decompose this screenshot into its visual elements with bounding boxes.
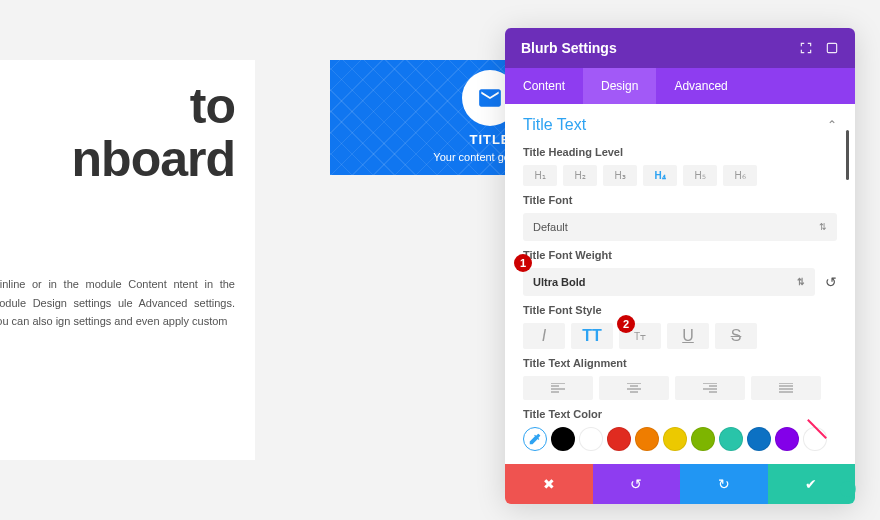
- tab-design[interactable]: Design: [583, 68, 656, 104]
- annotation-badge-2: 2: [617, 315, 635, 333]
- color-swatches: [523, 427, 837, 451]
- snap-icon[interactable]: [825, 41, 839, 55]
- panel-body: Title Text ⌃ Title Heading Level H₁ H₂ H…: [505, 104, 855, 464]
- style-italic[interactable]: I: [523, 323, 565, 349]
- eyedropper-button[interactable]: [523, 427, 547, 451]
- align-left[interactable]: [523, 376, 593, 400]
- tab-advanced[interactable]: Advanced: [656, 68, 745, 104]
- alignment-label: Title Text Alignment: [523, 357, 837, 369]
- eyedropper-icon: [528, 432, 542, 446]
- swatch-yellow[interactable]: [663, 427, 687, 451]
- settings-panel: Blurb Settings Content Design Advanced T…: [505, 28, 855, 504]
- swatch-blue[interactable]: [747, 427, 771, 451]
- font-label: Title Font: [523, 194, 837, 206]
- align-justify[interactable]: [751, 376, 821, 400]
- swatch-green[interactable]: [691, 427, 715, 451]
- swatch-red[interactable]: [607, 427, 631, 451]
- svg-rect-0: [827, 43, 836, 52]
- page-preview: to nboard t inline or in the module Cont…: [0, 60, 255, 460]
- align-justify-icon: [779, 383, 793, 393]
- align-center[interactable]: [599, 376, 669, 400]
- heading-level-options: H₁ H₂ H₃ H₄ H₅ H₆: [523, 165, 837, 186]
- font-style-label: Title Font Style: [523, 304, 837, 316]
- envelope-icon: [477, 85, 503, 111]
- reset-icon[interactable]: ↺: [825, 274, 837, 290]
- heading-h2[interactable]: H₂: [563, 165, 597, 186]
- panel-footer: ✖ ↺ ↻ ✔: [505, 464, 855, 504]
- heading-h3[interactable]: H₃: [603, 165, 637, 186]
- panel-title: Blurb Settings: [521, 40, 617, 56]
- style-uppercase[interactable]: TT: [571, 323, 613, 349]
- alignment-options: [523, 376, 837, 400]
- panel-header: Blurb Settings: [505, 28, 855, 68]
- expand-icon[interactable]: [799, 41, 813, 55]
- swatch-teal[interactable]: [719, 427, 743, 451]
- swatch-none[interactable]: [803, 427, 827, 451]
- swatch-white[interactable]: [579, 427, 603, 451]
- page-paragraph: t inline or in the module Content ntent …: [0, 275, 235, 331]
- swatch-orange[interactable]: [635, 427, 659, 451]
- align-right[interactable]: [675, 376, 745, 400]
- heading-level-label: Title Heading Level: [523, 146, 837, 158]
- swatch-purple[interactable]: [775, 427, 799, 451]
- cancel-button[interactable]: ✖: [505, 464, 593, 504]
- align-center-icon: [627, 383, 641, 393]
- align-right-icon: [703, 383, 717, 393]
- annotation-badge-1: 1: [514, 254, 532, 272]
- style-underline[interactable]: U: [667, 323, 709, 349]
- tabs: Content Design Advanced: [505, 68, 855, 104]
- text-color-label: Title Text Color: [523, 408, 837, 420]
- font-select[interactable]: Default ⇅: [523, 213, 837, 241]
- align-left-icon: [551, 383, 565, 393]
- section-title-text[interactable]: Title Text ⌃: [523, 116, 837, 134]
- heading-h5[interactable]: H₅: [683, 165, 717, 186]
- heading-h4[interactable]: H₄: [643, 165, 677, 186]
- chevron-up-icon: ⌃: [827, 118, 837, 132]
- chevron-updown-icon: ⇅: [797, 277, 805, 287]
- font-style-options: I TT Tᴛ U S: [523, 323, 837, 349]
- scrollbar[interactable]: [846, 130, 849, 180]
- heading-h1[interactable]: H₁: [523, 165, 557, 186]
- redo-button[interactable]: ↻: [680, 464, 768, 504]
- tab-content[interactable]: Content: [505, 68, 583, 104]
- font-weight-select[interactable]: Ultra Bold ⇅: [523, 268, 815, 296]
- heading-h6[interactable]: H₆: [723, 165, 757, 186]
- undo-button[interactable]: ↺: [593, 464, 681, 504]
- font-weight-label: Title Font Weight: [523, 249, 837, 261]
- swatch-black[interactable]: [551, 427, 575, 451]
- page-heading: to nboard: [0, 80, 235, 185]
- chevron-updown-icon: ⇅: [819, 222, 827, 232]
- style-strikethrough[interactable]: S: [715, 323, 757, 349]
- help-bubble[interactable]: [840, 481, 856, 497]
